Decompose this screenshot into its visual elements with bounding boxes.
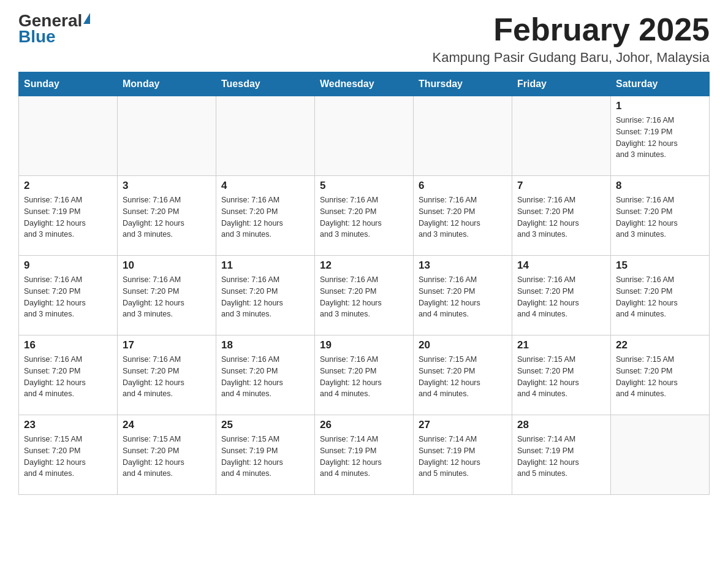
day-info: Sunrise: 7:15 AMSunset: 7:20 PMDaylight:… <box>616 354 704 400</box>
day-number: 23 <box>24 419 112 431</box>
day-info: Sunrise: 7:16 AMSunset: 7:20 PMDaylight:… <box>123 354 211 400</box>
day-number: 28 <box>517 419 605 431</box>
day-number: 2 <box>24 180 112 192</box>
day-info: Sunrise: 7:14 AMSunset: 7:19 PMDaylight:… <box>320 434 408 480</box>
calendar-cell: 2Sunrise: 7:16 AMSunset: 7:19 PMDaylight… <box>19 176 118 256</box>
day-of-week-header: Monday <box>118 72 216 96</box>
calendar-cell: 18Sunrise: 7:16 AMSunset: 7:20 PMDayligh… <box>216 335 315 415</box>
day-info: Sunrise: 7:16 AMSunset: 7:19 PMDaylight:… <box>616 115 704 161</box>
day-info: Sunrise: 7:16 AMSunset: 7:20 PMDaylight:… <box>221 194 309 240</box>
day-info: Sunrise: 7:14 AMSunset: 7:19 PMDaylight:… <box>517 434 605 480</box>
day-number: 17 <box>123 339 211 351</box>
calendar-table: SundayMondayTuesdayWednesdayThursdayFrid… <box>18 72 710 495</box>
title-block: February 2025 Kampung Pasir Gudang Baru,… <box>433 12 710 66</box>
day-info: Sunrise: 7:15 AMSunset: 7:20 PMDaylight:… <box>419 354 507 400</box>
day-number: 7 <box>517 180 605 192</box>
day-of-week-header: Friday <box>512 72 611 96</box>
calendar-cell: 26Sunrise: 7:14 AMSunset: 7:19 PMDayligh… <box>315 415 414 495</box>
calendar-cell: 4Sunrise: 7:16 AMSunset: 7:20 PMDaylight… <box>216 176 315 256</box>
calendar-cell: 23Sunrise: 7:15 AMSunset: 7:20 PMDayligh… <box>19 415 118 495</box>
day-number: 19 <box>320 339 408 351</box>
day-info: Sunrise: 7:15 AMSunset: 7:19 PMDaylight:… <box>221 434 309 480</box>
day-number: 18 <box>221 339 309 351</box>
logo: General Blue <box>18 12 90 45</box>
calendar-cell: 9Sunrise: 7:16 AMSunset: 7:20 PMDaylight… <box>19 256 118 335</box>
day-number: 22 <box>616 339 704 351</box>
calendar-cell: 16Sunrise: 7:16 AMSunset: 7:20 PMDayligh… <box>19 335 118 415</box>
day-number: 1 <box>616 100 704 112</box>
day-number: 9 <box>24 259 112 272</box>
calendar-cell: 14Sunrise: 7:16 AMSunset: 7:20 PMDayligh… <box>512 256 611 335</box>
day-of-week-header: Tuesday <box>216 72 315 96</box>
calendar-week-row: 1Sunrise: 7:16 AMSunset: 7:19 PMDaylight… <box>19 96 710 176</box>
day-number: 8 <box>616 180 704 192</box>
calendar-cell: 7Sunrise: 7:16 AMSunset: 7:20 PMDaylight… <box>512 176 611 256</box>
calendar-cell: 3Sunrise: 7:16 AMSunset: 7:20 PMDaylight… <box>118 176 216 256</box>
day-info: Sunrise: 7:16 AMSunset: 7:20 PMDaylight:… <box>419 274 507 320</box>
calendar-week-row: 2Sunrise: 7:16 AMSunset: 7:19 PMDaylight… <box>19 176 710 256</box>
calendar-cell <box>315 96 414 176</box>
calendar-cell: 22Sunrise: 7:15 AMSunset: 7:20 PMDayligh… <box>611 335 710 415</box>
day-info: Sunrise: 7:16 AMSunset: 7:20 PMDaylight:… <box>221 354 309 400</box>
day-number: 14 <box>517 259 605 272</box>
calendar-week-row: 23Sunrise: 7:15 AMSunset: 7:20 PMDayligh… <box>19 415 710 495</box>
calendar-cell: 17Sunrise: 7:16 AMSunset: 7:20 PMDayligh… <box>118 335 216 415</box>
calendar-cell: 5Sunrise: 7:16 AMSunset: 7:20 PMDaylight… <box>315 176 414 256</box>
day-info: Sunrise: 7:16 AMSunset: 7:20 PMDaylight:… <box>24 274 112 320</box>
calendar-cell: 12Sunrise: 7:16 AMSunset: 7:20 PMDayligh… <box>315 256 414 335</box>
day-number: 24 <box>123 419 211 431</box>
day-info: Sunrise: 7:16 AMSunset: 7:20 PMDaylight:… <box>320 354 408 400</box>
day-number: 6 <box>419 180 507 192</box>
calendar-cell: 19Sunrise: 7:16 AMSunset: 7:20 PMDayligh… <box>315 335 414 415</box>
logo-blue-text: Blue <box>18 28 56 45</box>
calendar-header-row: SundayMondayTuesdayWednesdayThursdayFrid… <box>19 72 710 96</box>
calendar-cell: 15Sunrise: 7:16 AMSunset: 7:20 PMDayligh… <box>611 256 710 335</box>
day-info: Sunrise: 7:16 AMSunset: 7:20 PMDaylight:… <box>221 274 309 320</box>
calendar-cell <box>414 96 512 176</box>
day-number: 3 <box>123 180 211 192</box>
day-number: 20 <box>419 339 507 351</box>
day-info: Sunrise: 7:16 AMSunset: 7:20 PMDaylight:… <box>24 354 112 400</box>
calendar-cell: 11Sunrise: 7:16 AMSunset: 7:20 PMDayligh… <box>216 256 315 335</box>
day-info: Sunrise: 7:16 AMSunset: 7:20 PMDaylight:… <box>320 194 408 240</box>
calendar-cell: 21Sunrise: 7:15 AMSunset: 7:20 PMDayligh… <box>512 335 611 415</box>
day-info: Sunrise: 7:16 AMSunset: 7:20 PMDaylight:… <box>123 274 211 320</box>
day-of-week-header: Wednesday <box>315 72 414 96</box>
day-info: Sunrise: 7:16 AMSunset: 7:20 PMDaylight:… <box>419 194 507 240</box>
day-info: Sunrise: 7:15 AMSunset: 7:20 PMDaylight:… <box>123 434 211 480</box>
day-number: 12 <box>320 259 408 272</box>
day-of-week-header: Saturday <box>611 72 710 96</box>
day-info: Sunrise: 7:15 AMSunset: 7:20 PMDaylight:… <box>24 434 112 480</box>
day-number: 5 <box>320 180 408 192</box>
calendar-cell <box>118 96 216 176</box>
day-info: Sunrise: 7:16 AMSunset: 7:20 PMDaylight:… <box>123 194 211 240</box>
day-number: 10 <box>123 259 211 272</box>
day-info: Sunrise: 7:16 AMSunset: 7:20 PMDaylight:… <box>320 274 408 320</box>
calendar-cell <box>512 96 611 176</box>
day-number: 27 <box>419 419 507 431</box>
page-header: General Blue February 2025 Kampung Pasir… <box>18 12 710 66</box>
day-number: 16 <box>24 339 112 351</box>
day-info: Sunrise: 7:16 AMSunset: 7:20 PMDaylight:… <box>517 194 605 240</box>
calendar-cell: 20Sunrise: 7:15 AMSunset: 7:20 PMDayligh… <box>414 335 512 415</box>
calendar-week-row: 16Sunrise: 7:16 AMSunset: 7:20 PMDayligh… <box>19 335 710 415</box>
calendar-cell: 6Sunrise: 7:16 AMSunset: 7:20 PMDaylight… <box>414 176 512 256</box>
day-info: Sunrise: 7:15 AMSunset: 7:20 PMDaylight:… <box>517 354 605 400</box>
logo-triangle-icon <box>83 13 90 24</box>
calendar-week-row: 9Sunrise: 7:16 AMSunset: 7:20 PMDaylight… <box>19 256 710 335</box>
calendar-cell <box>19 96 118 176</box>
calendar-cell: 1Sunrise: 7:16 AMSunset: 7:19 PMDaylight… <box>611 96 710 176</box>
calendar-cell: 8Sunrise: 7:16 AMSunset: 7:20 PMDaylight… <box>611 176 710 256</box>
calendar-cell: 13Sunrise: 7:16 AMSunset: 7:20 PMDayligh… <box>414 256 512 335</box>
day-number: 13 <box>419 259 507 272</box>
day-of-week-header: Sunday <box>19 72 118 96</box>
day-info: Sunrise: 7:16 AMSunset: 7:20 PMDaylight:… <box>616 194 704 240</box>
day-info: Sunrise: 7:16 AMSunset: 7:20 PMDaylight:… <box>517 274 605 320</box>
day-info: Sunrise: 7:16 AMSunset: 7:19 PMDaylight:… <box>24 194 112 240</box>
day-info: Sunrise: 7:14 AMSunset: 7:19 PMDaylight:… <box>419 434 507 480</box>
calendar-cell: 28Sunrise: 7:14 AMSunset: 7:19 PMDayligh… <box>512 415 611 495</box>
calendar-cell <box>216 96 315 176</box>
calendar-cell <box>611 415 710 495</box>
calendar-cell: 24Sunrise: 7:15 AMSunset: 7:20 PMDayligh… <box>118 415 216 495</box>
day-number: 15 <box>616 259 704 272</box>
